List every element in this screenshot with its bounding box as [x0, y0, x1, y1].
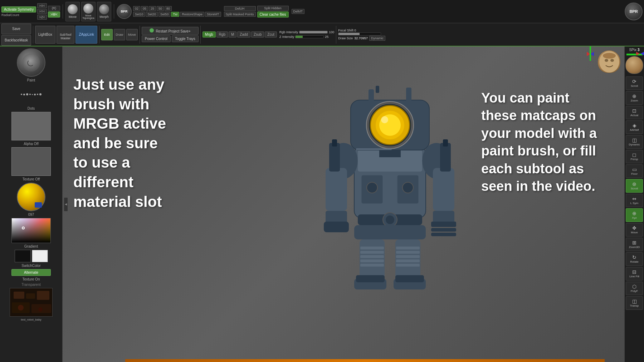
robot-svg: [274, 46, 506, 314]
x-axis-btn[interactable]: >X<: [37, 3, 47, 8]
zoom3d-btn[interactable]: ⊞ Zoom3D: [626, 238, 643, 251]
texture-preview[interactable]: [11, 147, 51, 176]
split-masked-btn[interactable]: Split Masked Points: [224, 12, 256, 17]
rotate-btn[interactable]: ↻ Rotate: [626, 252, 643, 266]
del-uh-btn[interactable]: DelUH: [224, 6, 256, 11]
svg-rect-31: [431, 233, 456, 236]
subtool-svg: [10, 288, 52, 317]
focal-area: Focal Shift 0 Draw Size 32.70957 Dynamic: [338, 29, 385, 41]
power-control-btn[interactable]: Power Control: [142, 35, 171, 42]
scroll2-icon: ⊛: [632, 182, 636, 187]
save-btn[interactable]: Save: [1, 24, 31, 34]
zadd-btn[interactable]: Zadd: [237, 31, 250, 38]
split-btns: Split Hidden Clear cache files: [257, 6, 289, 18]
m-btn[interactable]: M: [229, 31, 236, 38]
del-mt-btn[interactable]: DelMT: [292, 9, 305, 14]
z-intensity-bar: Z Intensity 25: [279, 35, 335, 39]
aahalf-btn[interactable]: ◈ AAHalf: [626, 120, 643, 134]
polyf-btn[interactable]: ⬡ PolyF: [626, 282, 643, 295]
svg-rect-30: [431, 228, 456, 232]
floor-icon: ▭: [632, 167, 637, 172]
num-02-btn[interactable]: 02: [133, 6, 140, 11]
lsym-btn[interactable]: ⇔ L Sym: [626, 194, 643, 207]
edit-btn[interactable]: Edit: [101, 29, 113, 40]
dynamic-btn[interactable]: Dynamic: [369, 36, 385, 41]
z-bar-track[interactable]: [295, 35, 324, 38]
num-25-btn[interactable]: 25: [149, 6, 156, 11]
bpr2-area: BPR: [625, 3, 643, 20]
dynamic-right-btn[interactable]: ◫ Dynamic: [626, 135, 643, 149]
nav-arrow-left[interactable]: ◀: [64, 197, 68, 212]
transp-btn[interactable]: ◫ Transp: [626, 296, 643, 310]
bpr2-btn[interactable]: BPR: [625, 3, 643, 20]
svg-rect-38: [356, 275, 385, 282]
floor-btn[interactable]: ▭ Floor: [626, 164, 643, 178]
split-hidden-btn[interactable]: Split Hidden: [257, 6, 289, 11]
subtool-thumbnail[interactable]: [10, 288, 53, 317]
store-mt-btn[interactable]: StoreMT: [205, 12, 221, 17]
brush-preview[interactable]: ◡: [17, 48, 45, 77]
bpr-btn[interactable]: BPR: [117, 4, 132, 19]
subtool-master-btn[interactable]: SubTool Master: [57, 26, 75, 44]
move-tool-btn[interactable]: Move: [65, 2, 80, 21]
clear-cache-btn[interactable]: Clear cache files: [257, 11, 289, 18]
alpha-preview[interactable]: [11, 112, 51, 140]
set50-btn[interactable]: Set50: [158, 12, 171, 17]
head-model-right[interactable]: [625, 56, 643, 74]
head-preview[interactable]: [597, 50, 621, 73]
backface-mask-btn[interactable]: BackfaceMask: [1, 35, 31, 46]
zcut-btn[interactable]: Zcut: [265, 31, 277, 38]
svg-rect-45: [360, 259, 384, 262]
move-mode-btn[interactable]: Move: [126, 29, 138, 40]
dot2: [23, 94, 25, 95]
rgb-btn[interactable]: Rgb: [216, 31, 228, 38]
dots-preview[interactable]: [17, 84, 45, 105]
mi-btn[interactable]: >M<: [48, 11, 60, 18]
draw-btn[interactable]: Draw: [114, 29, 125, 40]
move-right-icon: ✥: [632, 225, 636, 230]
morph-btn[interactable]: Morph: [97, 2, 111, 21]
num-80-btn[interactable]: 80: [165, 6, 172, 11]
intensity-group: Rgb Intensity 100 Z Intensity 25: [279, 30, 335, 39]
scroll-btn[interactable]: ⟳ Scroll: [626, 76, 643, 90]
color-picker[interactable]: [11, 218, 51, 243]
restore-shape-btn[interactable]: RestoreShape: [180, 12, 204, 17]
mrgb-btn[interactable]: Mrgb: [203, 31, 216, 38]
right-panel: SPix 3 ⟳ Scroll ⊕ Zoom ⊡ Actual ◈ AAHalf…: [624, 46, 644, 362]
lightbox-btn[interactable]: LightBox: [35, 26, 55, 44]
del-btns: DelUH Split Masked Points: [224, 6, 256, 17]
persp-btn[interactable]: ◻ Persp: [626, 150, 643, 163]
set10-btn[interactable]: Set10: [133, 12, 145, 17]
radial-count-label: RadialCount: [1, 13, 36, 17]
restart-save-btn[interactable]: Restart Project Save+: [142, 27, 199, 35]
toggle-trays-btn[interactable]: Toggle Trays: [172, 35, 199, 42]
swatch-light[interactable]: [32, 250, 48, 262]
dot3: [26, 93, 28, 95]
actual-btn[interactable]: ⊡ Actual: [626, 106, 643, 119]
r-label-btn[interactable]: (R): [48, 6, 60, 11]
swatch-dark[interactable]: [15, 250, 31, 262]
spix-display: SPix 3: [629, 48, 639, 52]
zapplink-btn[interactable]: ZAppLink: [75, 26, 97, 44]
txr-btn[interactable]: Txr: [171, 12, 179, 17]
alternate-btn[interactable]: Alternate: [11, 269, 51, 276]
focal-bar[interactable]: [338, 33, 381, 35]
y-axis-btn[interactable]: >Y<: [37, 9, 47, 14]
num-50-btn[interactable]: 50: [157, 6, 164, 11]
activate-symmetry-btn[interactable]: Activate Symmetry: [1, 6, 36, 13]
line-fill-btn[interactable]: ⊟ Line Fill: [626, 267, 643, 281]
move-topo-btn[interactable]: Move Topologica: [81, 2, 96, 21]
num-05-btn[interactable]: 05: [141, 6, 148, 11]
z-axis-btn[interactable]: >Z<: [37, 15, 47, 20]
move-right-btn[interactable]: ✥ Move: [626, 223, 643, 237]
scroll2-btn[interactable]: ⊛ Scroll: [626, 179, 643, 193]
svg-rect-41: [395, 275, 424, 282]
zoom-btn[interactable]: ⊕ Zoom: [626, 91, 643, 105]
rgb-bar-track[interactable]: [299, 31, 328, 34]
viewport[interactable]: ◀: [63, 46, 624, 362]
zsub-btn[interactable]: Zsub: [251, 31, 264, 38]
set20-btn[interactable]: Set20: [146, 12, 158, 17]
cp-cursor: [22, 227, 25, 229]
xyz-btn[interactable]: ⊕ Xyz: [626, 208, 643, 222]
material-sphere[interactable]: [17, 183, 45, 211]
